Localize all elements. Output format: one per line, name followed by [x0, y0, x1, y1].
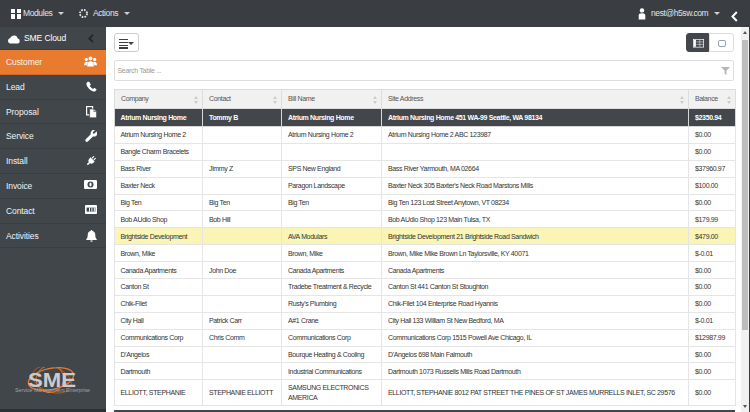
svg-text:Service Management Enterprise: Service Management Enterprise [15, 386, 90, 393]
